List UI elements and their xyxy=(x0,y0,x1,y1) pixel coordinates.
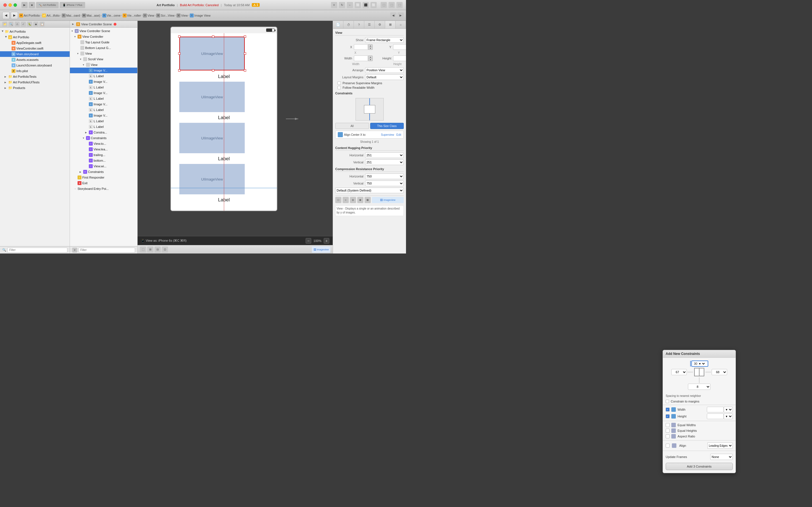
follow-readable-checkbox[interactable] xyxy=(338,86,341,89)
nav-item-art-portfolio-group[interactable]: ▶ 📁 Art Portfolio xyxy=(0,34,70,40)
nav-file-icon[interactable]: 📁 xyxy=(2,22,7,27)
bc-view[interactable]: V View xyxy=(143,13,154,17)
resize-handle-bc[interactable] xyxy=(212,69,214,71)
outline-view-lea[interactable]: I View.lea... xyxy=(70,147,137,152)
nav-item-launch-storyboard[interactable]: S LaunchScreen.storyboard xyxy=(0,62,70,68)
outline-constraints-inner[interactable]: ▶ C Constra... xyxy=(70,129,137,135)
imageview-2[interactable]: UIImageView xyxy=(179,82,245,112)
width-down-btn[interactable]: ▼ xyxy=(368,58,373,61)
inspector-icon3[interactable]: ⊙ xyxy=(350,197,356,203)
imageview-4[interactable]: UIImageView xyxy=(179,164,245,194)
activity-button[interactable]: ≡ xyxy=(331,2,337,8)
right-panel-toggle[interactable]: ⬚ xyxy=(396,2,403,8)
outline-view-main[interactable]: ▼ View xyxy=(70,51,137,56)
outline-imageview1[interactable]: I Image V... xyxy=(70,68,137,73)
imageview-1[interactable]: UIImageView xyxy=(179,37,245,70)
outline-imageview5[interactable]: I Image V... xyxy=(70,113,137,118)
nav-item-plist[interactable]: P Info.plist xyxy=(0,68,70,74)
tab-size[interactable]: ⊞ xyxy=(385,21,396,29)
outline-constraints-main[interactable]: ▶ C Constraints xyxy=(70,169,137,175)
nav-item-assets[interactable]: A Assets.xcassets xyxy=(0,57,70,62)
bottom-panel-toggle[interactable]: ⬚ xyxy=(389,2,395,8)
resize-handle-br[interactable] xyxy=(244,69,246,71)
tab-history[interactable]: ⏱ xyxy=(343,21,354,29)
outline-imageview2[interactable]: I Image V... xyxy=(70,79,137,84)
y-input[interactable]: 30 xyxy=(393,44,406,50)
this-size-class-tab-btn[interactable]: This Size Class xyxy=(370,123,404,129)
resize-handle-ml[interactable] xyxy=(178,52,181,55)
bc-prev-button[interactable]: ◀ xyxy=(390,12,396,18)
outline-imageview3[interactable]: I Image V... xyxy=(70,90,137,96)
tab-connections[interactable]: ○ xyxy=(396,21,406,29)
tab-identity[interactable]: ☰ xyxy=(364,21,375,29)
nav-item-art-portfolio-root[interactable]: ▶ 📁 Art Portfolio xyxy=(0,29,70,34)
resistance-v-select[interactable]: 750 xyxy=(365,180,404,186)
bc-next-button[interactable]: ▶ xyxy=(398,12,404,18)
back-button[interactable]: ← xyxy=(347,2,353,8)
outline-trailing[interactable]: I trailing... xyxy=(70,152,137,158)
resize-handle-mr[interactable] xyxy=(244,52,246,55)
bc-viewroller[interactable]: V Vie...roller xyxy=(123,13,141,17)
outline-first-responder[interactable]: ! First Responder xyxy=(70,175,137,180)
align-edit-btn[interactable]: Edit xyxy=(396,133,401,136)
bt-icon1[interactable]: ⬚ xyxy=(140,246,146,252)
bc-mainase[interactable]: M Mai...ase) xyxy=(82,13,100,17)
layout-margins-select[interactable]: Default xyxy=(365,74,404,80)
width-input[interactable]: 240 xyxy=(354,55,368,61)
bt-imageview-icon[interactable]: 🖼 imageview xyxy=(312,246,331,252)
outline-exit[interactable]: X Exit xyxy=(70,180,137,186)
run-button[interactable]: ▶ xyxy=(21,2,28,8)
bt-icon3[interactable]: ⊟ xyxy=(154,246,161,252)
imageview-3[interactable]: UIImageView xyxy=(179,123,245,153)
nav-item-uitests[interactable]: ▶ 📁 Art PortfolioUITests xyxy=(0,79,70,85)
assistant-editor-button[interactable]: ⬛ xyxy=(363,2,369,8)
nav-item-appdelegate[interactable]: S AppDelegate.swift xyxy=(0,40,70,46)
tab-help[interactable]: ? xyxy=(354,21,364,29)
outline-view-to[interactable]: I View.to... xyxy=(70,141,137,147)
sharing-button[interactable]: ↻ xyxy=(339,2,345,8)
nav-item-viewcontroller[interactable]: S ViewController.swift xyxy=(0,46,70,51)
show-select[interactable]: Frame Rectangle xyxy=(365,37,404,43)
tab-file[interactable]: 📄 xyxy=(333,21,343,29)
semantic-select[interactable]: Default (System Defined) xyxy=(335,187,404,193)
height-input[interactable]: 128 xyxy=(393,55,406,61)
resize-handle-tr[interactable] xyxy=(244,36,246,38)
close-button[interactable] xyxy=(3,3,7,7)
outline-bottom-layout[interactable]: Bottom Layout G... xyxy=(70,45,137,51)
outline-label5[interactable]: L L Label xyxy=(70,118,137,124)
standard-editor-button[interactable]: ⬜ xyxy=(355,2,361,8)
bt-icon4[interactable]: ⊡ xyxy=(162,246,168,252)
version-editor-button[interactable]: ⬜ xyxy=(370,2,377,8)
scheme-selector[interactable]: 🔨 Art Portfolio xyxy=(36,2,59,8)
bc-imageview[interactable]: I Image View xyxy=(190,13,210,17)
outline-scroll-view[interactable]: ▼ Scroll View xyxy=(70,56,137,62)
nav-item-main-storyboard[interactable]: S Main.storyboard xyxy=(0,51,70,57)
resize-handle-bl[interactable] xyxy=(178,69,181,71)
bc-mainboard[interactable]: S Mai...oard xyxy=(62,13,80,17)
zoom-in-button[interactable]: + xyxy=(324,238,329,244)
bc-art-portfolio[interactable]: A Art Portfolio xyxy=(19,13,40,17)
resistance-h-select[interactable]: 750 xyxy=(365,173,404,179)
bc-viewscene[interactable]: V Vie...cene xyxy=(102,13,121,17)
inspector-icon2[interactable]: ○ xyxy=(343,197,349,203)
outline-constraints-scroll[interactable]: ▼ C Constraints xyxy=(70,135,137,141)
inspector-icon5[interactable]: ⊞ xyxy=(364,197,371,203)
imageview-bottom-icon[interactable]: 🖼 imageview xyxy=(372,197,404,203)
nav-breakpoint-icon[interactable]: ◆ xyxy=(33,22,38,27)
nav-search-icon[interactable]: 🔍 xyxy=(8,22,13,27)
width-up-btn[interactable]: ▲ xyxy=(368,55,373,58)
nav-test-icon[interactable]: ✓ xyxy=(21,22,26,27)
resize-handle-tc[interactable] xyxy=(212,36,214,38)
hugging-h-select[interactable]: 251 xyxy=(365,152,404,158)
outline-label6[interactable]: L L Label xyxy=(70,124,137,129)
outline-filter-input[interactable] xyxy=(79,247,135,252)
all-tab-btn[interactable]: All xyxy=(335,123,369,129)
outline-vc[interactable]: ▼ V View Controller xyxy=(70,34,137,40)
inspector-icon1[interactable]: □ xyxy=(335,197,342,203)
outline-add-button[interactable]: + xyxy=(72,247,77,252)
nav-item-products[interactable]: ▶ 📁 Products xyxy=(0,85,70,91)
outline-view-inner[interactable]: ▼ View xyxy=(70,62,137,68)
resize-handle-tl[interactable] xyxy=(178,36,181,38)
nav-search-input[interactable] xyxy=(7,247,67,252)
tab-attributes[interactable]: ⚙ xyxy=(375,21,385,29)
